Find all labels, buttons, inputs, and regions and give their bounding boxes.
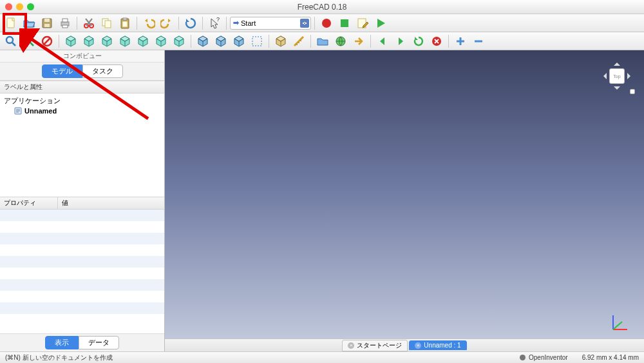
- left-view-icon: [173, 35, 185, 48]
- svg-rect-13: [122, 21, 128, 27]
- box-2-icon: [214, 35, 227, 48]
- navcube-right-icon[interactable]: [627, 73, 634, 79]
- toolbar-separator: [137, 17, 137, 30]
- navcube-up-icon[interactable]: [614, 59, 620, 66]
- cut-button[interactable]: [80, 15, 97, 31]
- workbench-arrow-icon: ➡: [233, 19, 239, 27]
- print-button[interactable]: [57, 15, 73, 31]
- top-view-button[interactable]: [99, 34, 115, 49]
- close-tab-icon[interactable]: ×: [415, 342, 421, 349]
- box-2-button[interactable]: [213, 34, 229, 49]
- zoom-out-button[interactable]: [470, 34, 487, 49]
- open-file-button[interactable]: [21, 15, 37, 31]
- refresh-icon: [184, 17, 197, 30]
- box-1-button[interactable]: [194, 34, 211, 49]
- nav-back-button[interactable]: [374, 34, 391, 49]
- paste-button[interactable]: [117, 15, 133, 31]
- globe-icon: [334, 35, 347, 48]
- svg-rect-5: [62, 19, 68, 22]
- no-entry-button[interactable]: [39, 34, 55, 49]
- property-bottom-tabs: 表示 データ: [0, 333, 164, 351]
- iso-view-button[interactable]: [62, 34, 79, 49]
- globe-button[interactable]: [332, 34, 349, 49]
- box-3-button[interactable]: [231, 34, 247, 49]
- navcube-down-icon[interactable]: [614, 86, 620, 93]
- navcube-menu-icon[interactable]: [630, 89, 635, 94]
- navcube-left-icon[interactable]: [600, 73, 607, 79]
- right-view-button[interactable]: [117, 34, 133, 49]
- window-traffic-lights[interactable]: [5, 3, 34, 10]
- zoom-in-button[interactable]: [452, 34, 469, 49]
- play-icon: [374, 17, 387, 30]
- window-title: FreeCAD 0.18: [298, 3, 347, 12]
- tab-model[interactable]: モデル: [42, 64, 82, 78]
- window-titlebar: FreeCAD 0.18: [0, 0, 644, 14]
- bottom-view-button[interactable]: [153, 34, 169, 49]
- measure-icon: [292, 35, 305, 48]
- property-grid[interactable]: [0, 210, 164, 333]
- navcube-face[interactable]: Top: [609, 68, 625, 84]
- stop-icon: [338, 17, 351, 30]
- toolbar-separator: [77, 17, 77, 30]
- tab-task[interactable]: タスク: [82, 64, 123, 78]
- nav-fwd-button[interactable]: [392, 34, 409, 49]
- document-tree[interactable]: アプリケーション Unnamed: [0, 93, 164, 197]
- viewport-tab-startpage[interactable]: × スタートページ: [342, 340, 408, 351]
- copy-button[interactable]: [99, 15, 115, 31]
- record-button[interactable]: [318, 15, 335, 31]
- folder-button[interactable]: [314, 34, 331, 49]
- toolbar-separator: [59, 35, 59, 48]
- macro-edit-button[interactable]: [354, 15, 371, 31]
- select-box-button[interactable]: [249, 34, 265, 49]
- status-renderer[interactable]: OpenInventor: [529, 354, 568, 361]
- axis-indicator-icon: [609, 311, 631, 333]
- tree-document-label: Unnamed: [24, 107, 57, 115]
- measure-button[interactable]: [290, 34, 307, 49]
- stop-button[interactable]: [336, 15, 353, 31]
- left-view-button[interactable]: [171, 34, 187, 49]
- workbench-dropdown-icon[interactable]: [300, 19, 309, 28]
- save-file-button[interactable]: [39, 15, 55, 31]
- cut-icon: [82, 17, 95, 30]
- svg-point-15: [322, 19, 331, 28]
- bottom-view-icon: [155, 35, 167, 48]
- svg-rect-6: [62, 25, 68, 28]
- svg-rect-10: [105, 21, 111, 28]
- tab-view[interactable]: 表示: [45, 336, 79, 349]
- property-col-value: 値: [58, 197, 164, 209]
- close-tab-icon[interactable]: ×: [348, 342, 354, 349]
- document-icon: [14, 107, 22, 115]
- tree-document[interactable]: Unnamed: [4, 106, 160, 115]
- back-view-icon: [137, 35, 149, 48]
- status-shortcut: (⌘N): [5, 354, 21, 361]
- toolbar-separator: [370, 35, 371, 48]
- play-button[interactable]: [372, 15, 389, 31]
- zoom-window-icon[interactable]: [27, 3, 34, 10]
- front-view-button[interactable]: [80, 34, 97, 49]
- toolbar-separator: [269, 35, 269, 48]
- tree-section-header: ラベルと属性: [0, 81, 164, 93]
- navigation-cube[interactable]: Top: [598, 57, 636, 95]
- redo-button[interactable]: [158, 15, 175, 31]
- refresh-button[interactable]: [182, 15, 199, 31]
- viewport-tab-document[interactable]: × Unnamed : 1: [409, 340, 466, 350]
- part-iso-button[interactable]: [272, 34, 289, 49]
- close-window-icon[interactable]: [5, 3, 12, 10]
- arrow-right-button[interactable]: [350, 34, 367, 49]
- new-file-button[interactable]: [3, 15, 19, 31]
- minimize-window-icon[interactable]: [16, 3, 23, 10]
- fit-selection-button[interactable]: [21, 34, 37, 49]
- tab-data[interactable]: データ: [79, 336, 119, 349]
- macro-edit-icon: [356, 17, 369, 30]
- new-file-icon: [5, 17, 17, 30]
- workbench-selector[interactable]: ➡ Start: [230, 17, 311, 30]
- undo-button[interactable]: [140, 15, 157, 31]
- nav-stop-button[interactable]: [428, 34, 445, 49]
- tree-root[interactable]: アプリケーション: [4, 95, 160, 106]
- box-3-icon: [232, 35, 245, 48]
- nav-reload-button[interactable]: [410, 34, 427, 49]
- back-view-button[interactable]: [135, 34, 151, 49]
- pointer-button[interactable]: ?: [206, 15, 223, 31]
- fit-all-button[interactable]: [3, 34, 19, 49]
- 3d-viewport[interactable]: Top × スタートページ × Unnamed : 1: [165, 50, 644, 351]
